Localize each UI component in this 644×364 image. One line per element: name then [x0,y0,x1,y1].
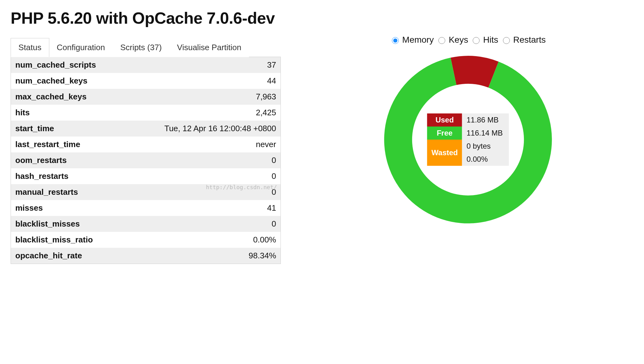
radio-restarts[interactable]: Restarts [501,35,546,45]
status-value: 0 [126,168,281,184]
tab-scripts[interactable]: Scripts (37) [112,38,169,57]
status-table: num_cached_scripts37num_cached_keys44max… [11,57,281,264]
status-value: never [126,136,281,152]
table-row: hits2,425 [11,105,281,121]
status-key: start_time [11,121,126,136]
legend-free-value: 116.14 MB [462,127,509,140]
radio-keys[interactable]: Keys [437,35,468,45]
radio-hits-label: Hits [483,35,498,45]
chart-mode-radios: Memory Keys Hits Restarts [390,35,546,45]
table-row: hash_restarts0 [11,168,281,184]
status-key: blacklist_misses [11,216,126,232]
radio-hits-input[interactable] [473,37,480,44]
status-value: 0 [126,216,281,232]
tab-configuration[interactable]: Configuration [49,38,113,57]
table-row: num_cached_scripts37 [11,57,281,73]
table-row: misses41 [11,200,281,216]
table-row: start_timeTue, 12 Apr 16 12:00:48 +0800 [11,121,281,136]
radio-restarts-input[interactable] [503,37,510,44]
page-title: PHP 5.6.20 with OpCache 7.0.6-dev [11,9,633,27]
table-row: blacklist_misses0 [11,216,281,232]
table-row: blacklist_miss_ratio0.00% [11,232,281,248]
radio-keys-label: Keys [449,35,468,45]
status-value: 44 [126,73,281,89]
status-key: max_cached_keys [11,89,126,105]
tab-visualise-partition[interactable]: Visualise Partition [169,38,249,57]
legend-used-value: 11.86 MB [462,113,509,127]
radio-memory-input[interactable] [392,37,399,44]
table-row: manual_restarts0 [11,184,281,200]
status-value: 98.34% [126,248,281,264]
legend-wasted-value-pct: 0.00% [462,153,509,166]
radio-memory[interactable]: Memory [390,35,434,45]
radio-restarts-label: Restarts [513,35,546,45]
memory-legend: Used 11.86 MB Free 116.14 MB Wasted 0 by… [427,113,509,166]
status-key: num_cached_keys [11,73,126,89]
status-value: 0 [126,152,281,168]
status-key: opcache_hit_rate [11,248,126,264]
radio-keys-input[interactable] [438,37,445,44]
table-row: max_cached_keys7,963 [11,89,281,105]
status-key: misses [11,200,126,216]
table-row: last_restart_timenever [11,136,281,152]
status-key: last_restart_time [11,136,126,152]
status-key: manual_restarts [11,184,126,200]
table-row: num_cached_keys44 [11,73,281,89]
status-value: 37 [126,57,281,73]
status-value: 2,425 [126,105,281,121]
status-key: num_cached_scripts [11,57,126,73]
status-value: 41 [126,200,281,216]
status-key: oom_restarts [11,152,126,168]
legend-wasted-value-bytes: 0 bytes [462,140,509,153]
legend-wasted-swatch: Wasted [427,140,462,166]
status-panel: Status Configuration Scripts (37) Visual… [11,38,281,264]
legend-used-swatch: Used [427,113,462,127]
status-value: 0.00% [126,232,281,248]
tab-bar: Status Configuration Scripts (37) Visual… [11,38,281,57]
radio-memory-label: Memory [402,35,434,45]
status-key: blacklist_miss_ratio [11,232,126,248]
table-row: oom_restarts0 [11,152,281,168]
memory-donut-chart: Used 11.86 MB Free 116.14 MB Wasted 0 by… [381,52,555,227]
status-value: 7,963 [126,89,281,105]
radio-hits[interactable]: Hits [471,35,498,45]
table-row: opcache_hit_rate98.34% [11,248,281,264]
status-key: hits [11,105,126,121]
status-value: 0 [126,184,281,200]
status-value: Tue, 12 Apr 16 12:00:48 +0800 [126,121,281,136]
legend-free-swatch: Free [427,127,462,140]
tab-status[interactable]: Status [11,38,49,57]
status-key: hash_restarts [11,168,126,184]
